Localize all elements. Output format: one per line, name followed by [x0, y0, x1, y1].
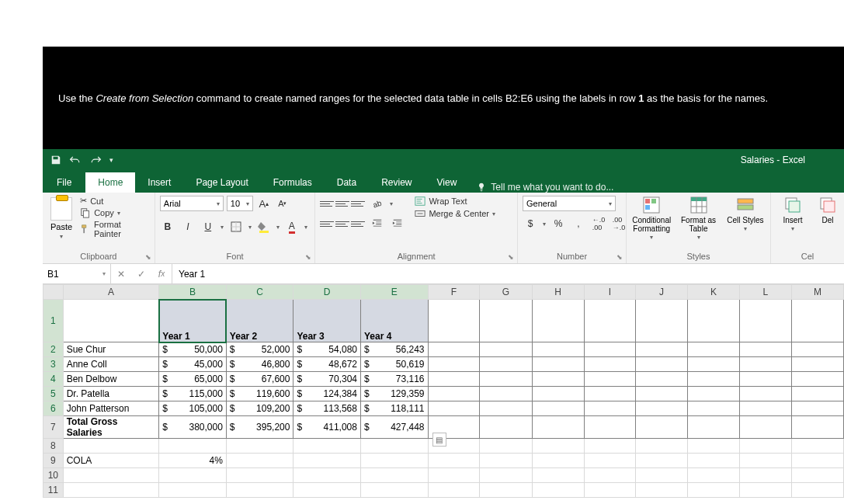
- cell[interactable]: [63, 439, 159, 454]
- chevron-down-icon[interactable]: ▾: [248, 224, 252, 231]
- cell[interactable]: [480, 454, 532, 468]
- cell[interactable]: [532, 439, 584, 454]
- cell-header[interactable]: Year 1: [159, 300, 227, 342]
- cell[interactable]: [63, 300, 159, 342]
- cell[interactable]: [584, 387, 636, 401]
- column-header-C[interactable]: C: [226, 285, 293, 300]
- cell[interactable]: [360, 454, 428, 468]
- undo-icon[interactable]: [69, 155, 82, 165]
- cell-value[interactable]: $52,000: [226, 342, 293, 357]
- align-top-button[interactable]: [320, 197, 334, 210]
- cell[interactable]: [532, 483, 584, 498]
- format-painter-button[interactable]: Format Painter: [80, 220, 150, 238]
- column-header-B[interactable]: B: [159, 285, 227, 300]
- name-box[interactable]: B1▾: [43, 264, 111, 283]
- column-header-A[interactable]: A: [63, 285, 159, 300]
- tab-home[interactable]: Home: [85, 172, 135, 193]
- cell[interactable]: [687, 468, 739, 483]
- cell-total[interactable]: $395,200: [226, 416, 293, 439]
- align-right-button[interactable]: [351, 217, 365, 230]
- cell[interactable]: [159, 483, 227, 498]
- align-middle-button[interactable]: [335, 197, 349, 210]
- cell[interactable]: [428, 342, 480, 357]
- increase-decimal-button[interactable]: ←.0.00: [591, 216, 606, 231]
- cut-button[interactable]: ✂ Cut: [80, 196, 150, 206]
- column-header-L[interactable]: L: [739, 285, 791, 300]
- redo-icon[interactable]: [89, 155, 102, 165]
- column-header-E[interactable]: E: [360, 285, 428, 300]
- cell[interactable]: [159, 439, 227, 454]
- column-header-G[interactable]: G: [480, 285, 532, 300]
- cell[interactable]: [687, 401, 739, 416]
- row-header-5[interactable]: 5: [43, 387, 64, 401]
- cell[interactable]: [532, 468, 584, 483]
- cell[interactable]: [791, 372, 843, 387]
- cell-value[interactable]: $50,619: [360, 357, 428, 372]
- cell[interactable]: [293, 439, 361, 454]
- cell[interactable]: [687, 454, 739, 468]
- cell[interactable]: [293, 454, 361, 468]
- cell[interactable]: [428, 468, 480, 483]
- cell[interactable]: [480, 372, 532, 387]
- tell-me-search[interactable]: Tell me what you want to do...: [469, 182, 621, 193]
- cell-value[interactable]: $118,111: [360, 401, 428, 416]
- cell[interactable]: [480, 300, 532, 342]
- cell[interactable]: [636, 300, 688, 342]
- cell[interactable]: [480, 468, 532, 483]
- cell[interactable]: [739, 483, 791, 498]
- font-size-combo[interactable]: 10▾: [227, 196, 253, 211]
- column-header-H[interactable]: H: [532, 285, 584, 300]
- cell-value[interactable]: $124,384: [293, 387, 361, 401]
- number-format-combo[interactable]: General▾: [523, 196, 616, 211]
- cell-styles-button[interactable]: Cell Styles▾: [725, 196, 766, 233]
- cell[interactable]: [636, 439, 688, 454]
- cell[interactable]: [636, 468, 688, 483]
- formula-input[interactable]: Year 1: [172, 264, 844, 283]
- cell[interactable]: [739, 439, 791, 454]
- cell[interactable]: [636, 416, 688, 439]
- chevron-down-icon[interactable]: ▾: [390, 200, 393, 207]
- spreadsheet-grid[interactable]: ABCDEFGHIJKLM 1Year 1Year 2Year 3Year 42…: [43, 284, 844, 498]
- cell[interactable]: [480, 387, 532, 401]
- cell[interactable]: [687, 387, 739, 401]
- cell[interactable]: [360, 439, 428, 454]
- orientation-button[interactable]: ab: [370, 196, 385, 211]
- wrap-text-button[interactable]: Wrap Text: [415, 196, 495, 207]
- cell[interactable]: [739, 454, 791, 468]
- cell[interactable]: [739, 357, 791, 372]
- cell[interactable]: [428, 401, 480, 416]
- increase-indent-button[interactable]: [390, 216, 405, 231]
- row-header-9[interactable]: 9: [43, 454, 64, 468]
- row-header-4[interactable]: 4: [43, 372, 64, 387]
- cell[interactable]: [480, 342, 532, 357]
- insert-cells-button[interactable]: Insert▾: [776, 196, 810, 233]
- cell[interactable]: [739, 416, 791, 439]
- tab-data[interactable]: Data: [325, 172, 369, 193]
- cell[interactable]: [293, 468, 361, 483]
- cell[interactable]: [636, 357, 688, 372]
- column-header-I[interactable]: I: [584, 285, 636, 300]
- cell-value[interactable]: $119,600: [226, 387, 293, 401]
- cell[interactable]: [480, 416, 532, 439]
- cell-total[interactable]: $380,000: [159, 416, 227, 439]
- percent-format-button[interactable]: %: [551, 216, 566, 231]
- dialog-launcher-icon[interactable]: ⬊: [508, 253, 514, 261]
- cell[interactable]: [636, 372, 688, 387]
- row-header-8[interactable]: 8: [43, 439, 64, 454]
- cell[interactable]: [360, 468, 428, 483]
- quick-analysis-icon[interactable]: ▤: [432, 433, 446, 447]
- cell[interactable]: [584, 454, 636, 468]
- cell[interactable]: [791, 387, 843, 401]
- font-color-button[interactable]: A: [284, 219, 300, 235]
- cell[interactable]: [687, 342, 739, 357]
- cell[interactable]: [480, 357, 532, 372]
- chevron-down-icon[interactable]: ▾: [492, 210, 495, 217]
- cell[interactable]: [636, 342, 688, 357]
- cell[interactable]: [687, 439, 739, 454]
- cell[interactable]: [791, 468, 843, 483]
- cell[interactable]: [428, 483, 480, 498]
- row-header-2[interactable]: 2: [43, 342, 64, 357]
- dialog-launcher-icon[interactable]: ⬊: [145, 253, 151, 261]
- accounting-format-button[interactable]: $: [523, 216, 538, 231]
- chevron-down-icon[interactable]: ▾: [276, 224, 280, 231]
